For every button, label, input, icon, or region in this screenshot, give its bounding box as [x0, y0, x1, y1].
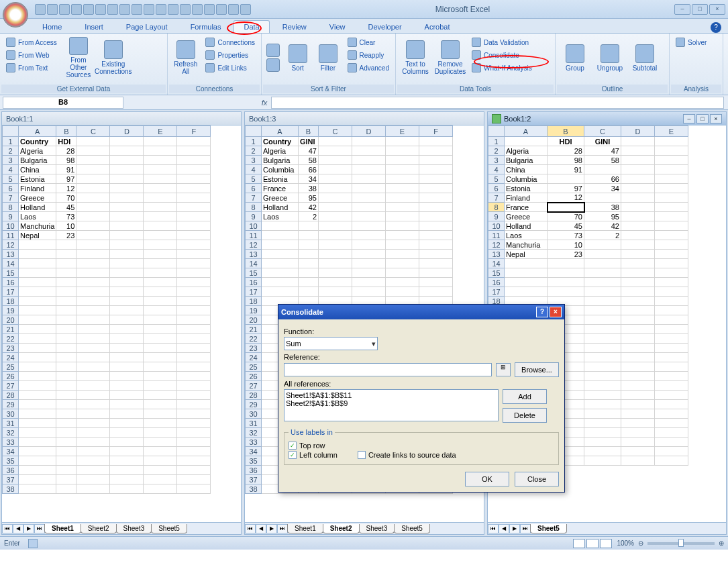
cell[interactable]: Nepal: [505, 250, 548, 259]
row-header[interactable]: 7: [246, 193, 262, 203]
cell[interactable]: [110, 344, 144, 353]
cell[interactable]: [386, 287, 419, 297]
cell[interactable]: 95: [584, 212, 621, 221]
cell[interactable]: [655, 372, 688, 381]
row-header[interactable]: 6: [488, 184, 505, 193]
sheet-nav-prev[interactable]: ◀: [499, 524, 509, 533]
cell[interactable]: [76, 391, 110, 400]
cell[interactable]: [419, 156, 453, 165]
cell[interactable]: [144, 438, 177, 447]
cell[interactable]: [386, 221, 419, 231]
filter-button[interactable]: Filter: [313, 36, 342, 79]
cell[interactable]: [584, 353, 621, 362]
cell[interactable]: [76, 306, 110, 315]
grid[interactable]: ABCDEF1CountryHDI2Algeria283Bulgaria984C…: [2, 125, 241, 522]
cell[interactable]: [76, 203, 110, 212]
dialog-title-bar[interactable]: Consolidate ? ×: [278, 305, 564, 319]
cell[interactable]: [352, 193, 386, 203]
all-references-listbox[interactable]: Sheet1!$A$1:$B$11Sheet2!$A$1:$B$9: [284, 389, 499, 421]
cell[interactable]: [352, 203, 386, 212]
cell[interactable]: 70: [548, 212, 584, 221]
cell[interactable]: [584, 381, 621, 391]
cell[interactable]: [56, 447, 76, 456]
row-header[interactable]: 5: [488, 174, 505, 184]
cell[interactable]: [144, 353, 177, 362]
cell[interactable]: [56, 287, 76, 297]
from-text-button[interactable]: From Text: [3, 62, 60, 74]
cell[interactable]: [655, 137, 688, 146]
cell[interactable]: [144, 203, 177, 212]
cell[interactable]: [584, 259, 621, 268]
cell[interactable]: [262, 240, 299, 250]
cell[interactable]: [621, 231, 655, 240]
close-button[interactable]: ×: [709, 4, 725, 15]
sheet-nav-last[interactable]: ⏭: [34, 524, 45, 533]
cell[interactable]: [584, 428, 621, 438]
properties-button[interactable]: Properties: [202, 49, 258, 61]
cell[interactable]: 73: [56, 212, 76, 221]
connections-button[interactable]: Connections: [202, 36, 258, 48]
cell[interactable]: [655, 419, 688, 428]
cell[interactable]: [76, 174, 110, 184]
cell[interactable]: [505, 287, 548, 297]
window-title-bar[interactable]: Book1:1: [2, 112, 241, 125]
cell[interactable]: [56, 240, 76, 250]
cell[interactable]: [621, 362, 655, 372]
cell[interactable]: [621, 438, 655, 447]
cell[interactable]: Country: [19, 137, 56, 146]
cell[interactable]: [548, 287, 584, 297]
cell[interactable]: [352, 146, 386, 156]
cell[interactable]: [56, 259, 76, 268]
cell[interactable]: [262, 278, 299, 287]
cell[interactable]: [655, 353, 688, 362]
cell[interactable]: [110, 174, 144, 184]
cell[interactable]: [655, 250, 688, 259]
cell[interactable]: [76, 259, 110, 268]
cell[interactable]: Greece: [262, 193, 299, 203]
subtotal-button[interactable]: Subtotal: [628, 36, 662, 79]
cell[interactable]: [56, 409, 76, 419]
cell[interactable]: [621, 278, 655, 287]
cell[interactable]: Algeria: [262, 146, 299, 156]
help-icon[interactable]: ?: [711, 22, 721, 33]
cell[interactable]: [110, 362, 144, 372]
cell[interactable]: Manchuria: [505, 240, 548, 250]
row-header[interactable]: 4: [3, 165, 19, 174]
row-header[interactable]: 13: [488, 250, 505, 259]
cell[interactable]: [319, 231, 352, 240]
cell[interactable]: [76, 409, 110, 419]
cell[interactable]: [584, 297, 621, 306]
cell[interactable]: [319, 165, 352, 174]
cell[interactable]: [144, 240, 177, 250]
cell[interactable]: [56, 362, 76, 372]
cell[interactable]: [177, 137, 211, 146]
sheet-tab[interactable]: Sheet1: [44, 524, 81, 533]
row-header[interactable]: 15: [246, 268, 262, 278]
cell[interactable]: [584, 438, 621, 447]
cell[interactable]: [177, 156, 211, 165]
cell[interactable]: [19, 419, 56, 428]
cell[interactable]: [56, 438, 76, 447]
cell[interactable]: [584, 165, 621, 174]
cell[interactable]: [262, 259, 299, 268]
cell[interactable]: [319, 221, 352, 231]
cell[interactable]: 91: [548, 165, 584, 174]
cell[interactable]: [144, 193, 177, 203]
row-header[interactable]: 29: [246, 400, 262, 409]
cell[interactable]: 98: [548, 156, 584, 165]
cell[interactable]: [177, 240, 211, 250]
cell[interactable]: [505, 137, 548, 146]
cell[interactable]: [76, 419, 110, 428]
sheet-nav-next[interactable]: ▶: [266, 524, 277, 533]
cell[interactable]: [56, 381, 76, 391]
row-header[interactable]: 12: [3, 240, 19, 250]
name-box[interactable]: B8: [3, 97, 123, 109]
cell[interactable]: [177, 334, 211, 344]
cell[interactable]: Greece: [19, 193, 56, 203]
cell[interactable]: HDI: [548, 137, 584, 146]
zoom-thumb[interactable]: [678, 539, 684, 547]
cell[interactable]: [621, 165, 655, 174]
cell[interactable]: [655, 381, 688, 391]
cell[interactable]: [177, 250, 211, 259]
sheet-nav-first[interactable]: ⏮: [2, 524, 13, 533]
